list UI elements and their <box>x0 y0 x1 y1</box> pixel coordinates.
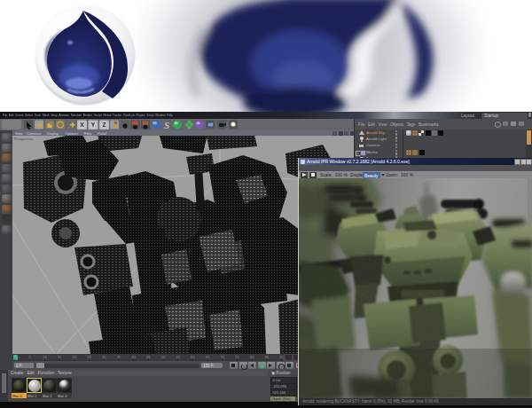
svg-text:30: 30 <box>102 355 106 359</box>
svg-text:85: 85 <box>265 355 270 359</box>
svg-text:55: 55 <box>176 355 180 359</box>
svg-text:80: 80 <box>250 355 254 359</box>
svg-text:25: 25 <box>87 355 91 359</box>
svg-text:10: 10 <box>43 355 47 359</box>
svg-text:15: 15 <box>58 355 62 359</box>
svg-text:S: S <box>164 120 169 130</box>
svg-text:Y: Y <box>91 122 96 128</box>
svg-text:20: 20 <box>73 355 77 359</box>
svg-text:60: 60 <box>191 355 195 359</box>
svg-text:50: 50 <box>161 355 166 359</box>
svg-text:90: 90 <box>279 355 284 359</box>
svg-text:35: 35 <box>117 355 121 359</box>
svg-text:65: 65 <box>206 355 210 359</box>
svg-text:40: 40 <box>131 355 136 359</box>
svg-text:75: 75 <box>235 355 239 359</box>
svg-text:70: 70 <box>221 355 225 359</box>
svg-text:Z: Z <box>103 122 106 128</box>
svg-text:45: 45 <box>146 355 151 359</box>
svg-text:5: 5 <box>29 355 32 359</box>
svg-text:X: X <box>80 122 84 128</box>
